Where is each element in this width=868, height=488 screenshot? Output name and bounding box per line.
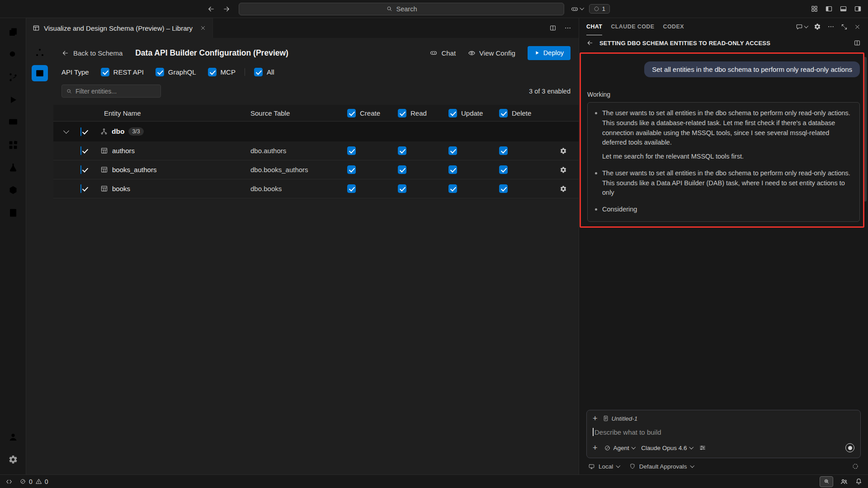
column-checkbox[interactable]: [347, 109, 356, 117]
back-arrow-icon[interactable]: [207, 5, 215, 13]
prompt-input[interactable]: Describe what to build: [593, 428, 854, 436]
mode-picker[interactable]: Agent: [604, 445, 635, 451]
open-session-in-editor-icon[interactable]: [854, 39, 861, 47]
visualize-schema-tool[interactable]: [32, 44, 48, 61]
chat-button[interactable]: Chat: [429, 49, 456, 57]
read-checkbox[interactable]: [398, 184, 406, 193]
add-context-button[interactable]: +: [593, 414, 598, 422]
entity-row[interactable]: books dbo.books: [53, 179, 579, 198]
attach-button[interactable]: +: [593, 444, 598, 452]
chat-tab[interactable]: CODEX: [663, 18, 684, 35]
read-checkbox[interactable]: [398, 165, 406, 174]
gear-icon[interactable]: [560, 185, 567, 192]
expand-chat-icon[interactable]: [841, 23, 848, 30]
delete-checkbox[interactable]: [499, 146, 508, 155]
schema-group-row[interactable]: dbo 3/3: [53, 122, 579, 141]
chat-tab[interactable]: CHAT: [586, 18, 602, 35]
checkbox[interactable]: [254, 68, 263, 76]
context-chip[interactable]: Untitled-1: [603, 415, 638, 422]
problems-indicator[interactable]: 0 0: [19, 478, 48, 485]
gear-icon[interactable]: [560, 147, 567, 155]
api-type-option[interactable]: MCP: [208, 68, 236, 76]
search-icon[interactable]: [2, 44, 24, 65]
deploy-button[interactable]: Deploy: [528, 46, 571, 60]
new-chat-dropdown[interactable]: [796, 23, 808, 30]
model-picker[interactable]: Claude Opus 4.6: [641, 445, 693, 451]
api-type-option[interactable]: REST API: [101, 68, 144, 76]
close-icon[interactable]: [854, 23, 861, 30]
zoom-indicator-button[interactable]: [820, 476, 833, 487]
extensions-icon[interactable]: [2, 135, 24, 155]
entity-checkbox[interactable]: [80, 146, 81, 155]
chat-input-box[interactable]: + Untitled-1 Describe what to build + Ag…: [586, 410, 861, 458]
tools-sliders-icon[interactable]: [699, 444, 706, 451]
delete-checkbox[interactable]: [499, 165, 508, 174]
customize-layout-icon[interactable]: [811, 5, 818, 13]
view-config-button[interactable]: View Config: [468, 49, 515, 57]
copilot-menu-button[interactable]: [571, 5, 584, 13]
split-editor-icon[interactable]: [549, 24, 557, 32]
remote-monitor-icon[interactable]: [2, 112, 24, 133]
create-checkbox[interactable]: [347, 165, 356, 174]
update-checkbox[interactable]: [448, 165, 457, 174]
api-type-option[interactable]: GraphQL: [156, 68, 196, 76]
toggle-panel-icon[interactable]: [840, 5, 847, 13]
chat-scrollbar-thumb[interactable]: [863, 57, 867, 202]
expand-chevron[interactable]: [53, 131, 79, 133]
group-checkbox[interactable]: [80, 127, 81, 136]
action-column-header[interactable]: Delete: [497, 109, 548, 117]
filter-entities-input[interactable]: [61, 84, 161, 98]
api-type-all-option[interactable]: All: [254, 68, 274, 76]
run-debug-icon[interactable]: [2, 89, 24, 110]
command-center-search[interactable]: Search: [239, 3, 564, 15]
more-actions-icon[interactable]: [564, 24, 571, 32]
testing-beaker-icon[interactable]: [2, 157, 24, 178]
read-checkbox[interactable]: [398, 146, 406, 155]
entity-row[interactable]: books_authors dbo.books_authors: [53, 160, 579, 179]
close-icon[interactable]: [200, 25, 206, 31]
chat-tab[interactable]: CLAUDE CODE: [611, 18, 654, 35]
thinking-box[interactable]: The user wants to set all entities in th…: [587, 102, 860, 222]
remote-indicator-icon[interactable]: [5, 478, 13, 485]
environment-picker[interactable]: Local: [588, 463, 620, 470]
toggle-sidebar-left-icon[interactable]: [825, 5, 833, 13]
settings-gear-icon[interactable]: [2, 449, 24, 470]
delete-checkbox[interactable]: [499, 184, 508, 193]
action-column-header[interactable]: Read: [396, 109, 447, 117]
action-column-header[interactable]: Create: [345, 109, 396, 117]
update-checkbox[interactable]: [448, 184, 457, 193]
more-actions-icon[interactable]: [827, 23, 835, 30]
action-column-header[interactable]: Update: [447, 109, 497, 117]
source-control-icon[interactable]: [2, 67, 24, 88]
explorer-icon[interactable]: [2, 22, 24, 42]
package-cube-icon[interactable]: [2, 180, 24, 201]
accounts-people-icon[interactable]: [840, 478, 848, 486]
create-checkbox[interactable]: [347, 146, 356, 155]
create-checkbox[interactable]: [347, 184, 356, 193]
checkbox[interactable]: [208, 68, 217, 76]
back-arrow-icon[interactable]: [586, 39, 594, 47]
send-record-button[interactable]: [845, 443, 854, 452]
back-to-schema-link[interactable]: Back to Schema: [61, 49, 123, 57]
column-checkbox[interactable]: [499, 109, 508, 117]
approvals-picker[interactable]: Default Approvals: [629, 463, 693, 470]
editor-tab[interactable]: Visualize and Design Schema (Preview) – …: [26, 18, 213, 38]
configure-api-tool[interactable]: [32, 65, 48, 81]
checkbox[interactable]: [156, 68, 164, 76]
entity-checkbox[interactable]: [80, 184, 81, 193]
column-checkbox[interactable]: [448, 109, 457, 117]
forward-arrow-icon[interactable]: [222, 5, 231, 13]
toggle-sidebar-right-icon[interactable]: [854, 5, 862, 13]
notifications-bell-icon[interactable]: [855, 478, 863, 485]
entity-row[interactable]: authors dbo.authors: [53, 141, 579, 160]
update-checkbox[interactable]: [448, 146, 457, 155]
account-icon[interactable]: [2, 427, 24, 447]
session-sync-icon[interactable]: [852, 463, 859, 470]
chat-settings-gear-icon[interactable]: [814, 23, 821, 30]
filter-text-field[interactable]: [75, 88, 156, 95]
notebook-icon[interactable]: [2, 202, 24, 223]
session-count-chip[interactable]: 1: [589, 4, 610, 14]
column-checkbox[interactable]: [398, 109, 406, 117]
gear-icon[interactable]: [560, 166, 567, 174]
entity-checkbox[interactable]: [80, 165, 81, 174]
